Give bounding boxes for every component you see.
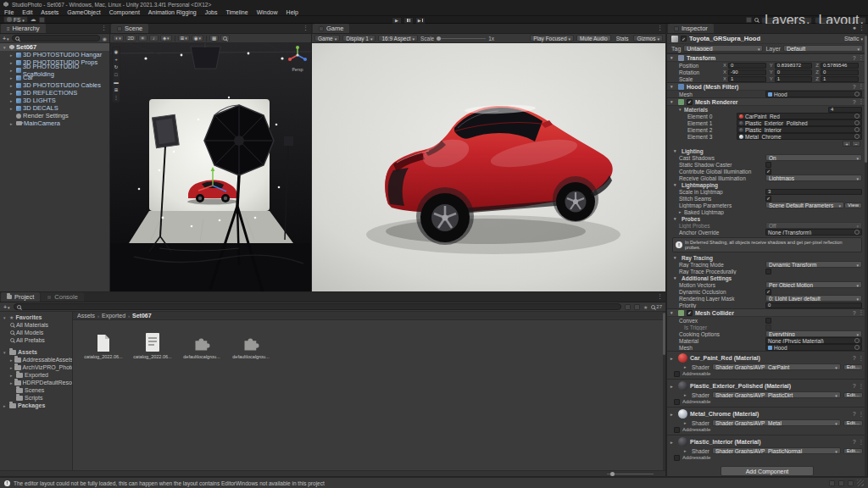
- tab-game[interactable]: Game: [313, 24, 349, 33]
- add-component-button[interactable]: Add Component: [721, 466, 814, 476]
- asset-item[interactable]: catalog_2022.06...: [83, 327, 124, 359]
- menu-component[interactable]: Component: [105, 8, 144, 16]
- eye-icon[interactable]: ◉: [103, 36, 107, 42]
- materials-count-field[interactable]: 4: [828, 107, 862, 113]
- position-x-field[interactable]: 0: [728, 63, 766, 69]
- breadcrumb-item[interactable]: Assets: [77, 313, 95, 319]
- aspect-dropdown[interactable]: 16:9 Aspect: [378, 35, 418, 42]
- rendering-layer-mask-dropdown[interactable]: 0: Light Layer default: [765, 295, 862, 302]
- kebab-menu-icon[interactable]: ⋮: [657, 293, 663, 300]
- camera-settings-button[interactable]: ▦: [209, 35, 219, 42]
- search-icon[interactable]: [754, 18, 759, 22]
- active-checkbox[interactable]: [681, 36, 687, 42]
- position-z-field[interactable]: 0.5789546: [821, 63, 859, 69]
- expand-arrow-icon[interactable]: [10, 75, 14, 80]
- expand-arrow-icon[interactable]: [10, 68, 14, 73]
- hierarchy-scene-row[interactable]: Set067: [0, 43, 109, 51]
- contribute-gi-checkbox[interactable]: [765, 169, 771, 175]
- menu-animation-rigging[interactable]: Animation Rigging: [144, 8, 201, 16]
- expand-arrow-icon[interactable]: [3, 45, 8, 50]
- object-picker-icon[interactable]: [854, 114, 860, 119]
- grid-dropdown[interactable]: ⊞: [178, 35, 190, 42]
- inspector-scrollbar[interactable]: [865, 34, 867, 477]
- kebab-menu-icon[interactable]: ⋮: [859, 439, 865, 446]
- account-button[interactable]: FS: [3, 16, 28, 23]
- save-search-icon[interactable]: ★: [643, 304, 648, 310]
- menu-assets[interactable]: Assets: [36, 8, 63, 16]
- gameobject-name[interactable]: Toyota_GRSupra_Hood: [689, 35, 842, 42]
- game-viewport[interactable]: [312, 43, 665, 292]
- position-y-field[interactable]: 0.8398372: [775, 63, 813, 69]
- material-element-field[interactable]: CarPaint_Red: [737, 113, 862, 119]
- add-element-button[interactable]: +: [843, 141, 851, 147]
- layer-dropdown[interactable]: Default: [783, 45, 863, 52]
- expand-arrow-icon[interactable]: [10, 106, 14, 111]
- help-icon[interactable]: ?: [853, 439, 856, 445]
- create-asset-button[interactable]: +: [3, 304, 10, 310]
- menu-timeline[interactable]: Timeline: [221, 8, 252, 16]
- transform-header[interactable]: Transform ?⋮: [667, 53, 867, 62]
- object-picker-icon[interactable]: [854, 345, 860, 350]
- component-enabled-checkbox[interactable]: [687, 310, 693, 316]
- mesh-renderer-header[interactable]: Mesh Renderer ?⋮: [667, 97, 867, 106]
- edit-shader-button[interactable]: Edit...: [843, 392, 863, 398]
- move-tool-icon[interactable]: +: [113, 56, 120, 63]
- addressable-checkbox[interactable]: [674, 399, 680, 405]
- menu-jobs[interactable]: Jobs: [201, 8, 222, 16]
- object-picker-icon[interactable]: [854, 127, 860, 132]
- undo-history-icon[interactable]: [746, 17, 752, 23]
- gizmos-dropdown[interactable]: Gizmos: [633, 35, 663, 42]
- create-button[interactable]: +: [3, 36, 9, 42]
- favorite-item[interactable]: All Prefabs: [0, 336, 72, 344]
- status-message[interactable]: The editor layout could not be fully loa…: [14, 480, 325, 486]
- project-scrollbar[interactable]: [663, 312, 665, 470]
- menu-window[interactable]: Window: [253, 8, 282, 16]
- kebab-menu-icon[interactable]: ⋮: [859, 83, 865, 90]
- play-button[interactable]: ▶: [392, 17, 402, 24]
- kebab-menu-icon[interactable]: ⋮: [859, 98, 865, 105]
- search-by-type-icon[interactable]: [625, 304, 631, 310]
- shader-dropdown[interactable]: Shader Graphs/AVP_Metal: [712, 419, 841, 426]
- audio-toggle[interactable]: ♪: [149, 35, 159, 42]
- help-icon[interactable]: ?: [853, 310, 856, 316]
- tab-project[interactable]: Project: [1, 292, 40, 302]
- hierarchy-item[interactable]: Render Settings: [0, 112, 109, 119]
- asset-item[interactable]: defaultlocalgrou...: [231, 327, 271, 359]
- view-button[interactable]: View: [844, 202, 862, 208]
- hierarchy-item[interactable]: 3D PHOTOSTUDIO Cables: [0, 81, 109, 89]
- ray-tracing-mode-dropdown[interactable]: Dynamic Transform: [765, 261, 862, 268]
- help-icon[interactable]: ?: [853, 99, 856, 105]
- scale-z-field[interactable]: 1: [821, 76, 859, 82]
- project-folder[interactable]: Scenes: [0, 386, 72, 394]
- material-element-field[interactable]: Plastic_Interior: [737, 126, 862, 133]
- edit-shader-button[interactable]: Edit...: [843, 364, 863, 370]
- material-header[interactable]: Metal_Chrome (Material) ?⋮: [667, 408, 867, 419]
- packages-root[interactable]: Packages: [0, 402, 72, 409]
- asset-item[interactable]: catalog_2022.06...: [132, 327, 173, 359]
- physic-material-field[interactable]: None (Physic Material): [765, 337, 862, 344]
- convex-checkbox[interactable]: [765, 318, 771, 324]
- kebab-menu-icon[interactable]: ⋮: [101, 25, 107, 31]
- static-shadow-caster-checkbox[interactable]: [765, 162, 771, 168]
- orientation-gizmo[interactable]: Persp: [287, 45, 309, 72]
- scale-y-field[interactable]: 1: [775, 76, 813, 82]
- mesh-field[interactable]: Hood: [765, 91, 862, 97]
- display-dropdown[interactable]: Display 1: [342, 35, 376, 42]
- tag-dropdown[interactable]: Untagged: [683, 45, 763, 52]
- tab-console[interactable]: Console: [41, 292, 84, 302]
- favorite-item[interactable]: All Materials: [0, 321, 72, 329]
- edit-shader-button[interactable]: Edit...: [843, 448, 863, 454]
- project-files-area[interactable]: Assets› Exported› Set067 catalog_2022.06…: [73, 312, 665, 470]
- static-dropdown[interactable]: Static: [844, 36, 863, 42]
- help-icon[interactable]: ?: [853, 411, 856, 417]
- project-folder[interactable]: ArchVizPRO_Photostudio: [0, 363, 72, 371]
- shader-dropdown[interactable]: Shader Graphs/AVP_CarPaint: [712, 363, 841, 370]
- progress-icon[interactable]: [829, 480, 835, 486]
- rotation-y-field[interactable]: 0: [775, 69, 813, 75]
- hidden-packages-toggle[interactable]: 27: [651, 304, 662, 309]
- scene-search-button[interactable]: [220, 35, 230, 42]
- scale-x-field[interactable]: 1: [728, 76, 766, 82]
- help-icon[interactable]: ?: [853, 84, 856, 90]
- object-picker-icon[interactable]: [854, 92, 860, 97]
- kebab-menu-icon[interactable]: ⋮: [859, 25, 865, 31]
